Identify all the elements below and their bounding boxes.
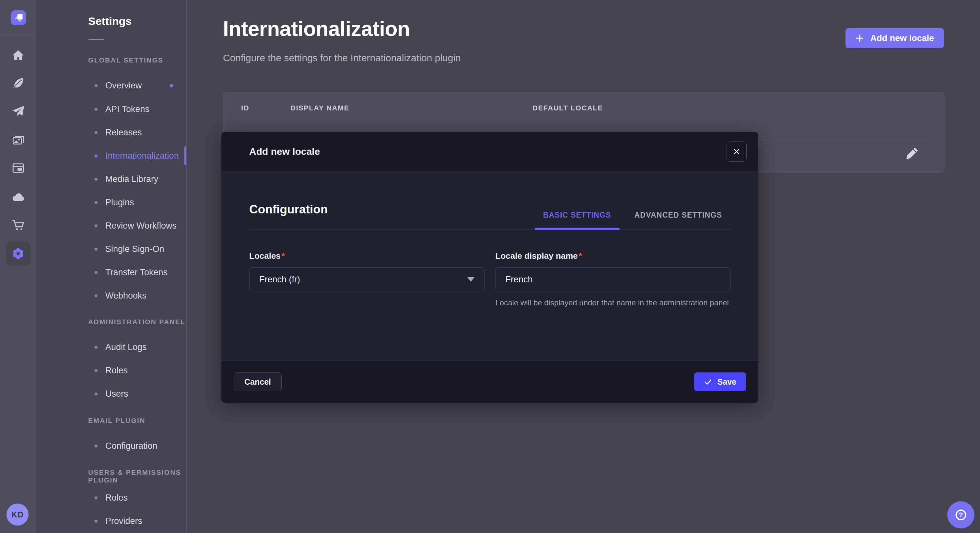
rail-divider xyxy=(0,36,36,36)
section-administration-panel: ADMINISTRATION PANEL xyxy=(88,318,185,327)
close-modal-button[interactable] xyxy=(727,141,747,162)
sidebar-item-plugins[interactable]: Plugins xyxy=(88,191,173,214)
locales-field-group: Locales* French (fr) xyxy=(249,251,485,308)
sidebar-item-api-tokens[interactable]: API Tokens xyxy=(88,97,173,121)
sidebar-item-providers[interactable]: Providers xyxy=(88,509,173,533)
sidebar-item-webhooks[interactable]: Webhooks xyxy=(88,284,173,307)
column-header-id: ID xyxy=(241,104,249,113)
configuration-title: Configuration xyxy=(249,203,328,229)
section-global-settings: GLOBAL SETTINGS xyxy=(88,56,163,65)
settings-sidebar: Settings GLOBAL SETTINGS Overview API To… xyxy=(36,0,187,533)
active-item-indicator xyxy=(185,146,186,165)
sidebar-item-single-sign-on[interactable]: Single Sign-On xyxy=(88,237,173,261)
help-button[interactable]: ? xyxy=(947,501,975,528)
rail-bottom-divider xyxy=(0,491,36,491)
add-new-locale-button[interactable]: Add new locale xyxy=(845,28,944,48)
edit-locale-button[interactable] xyxy=(904,145,921,162)
add-locale-modal: Add new locale Configuration BASIC SETTI… xyxy=(221,132,758,403)
sidebar-item-admin-roles[interactable]: Roles xyxy=(88,359,173,382)
locale-form: Locales* French (fr) Locale display name… xyxy=(249,251,730,308)
avatar-initials: KD xyxy=(11,510,24,519)
sidebar-item-email-configuration[interactable]: Configuration xyxy=(88,434,173,458)
sidebar-item-internationalization[interactable]: Internationalization xyxy=(88,144,173,167)
required-asterisk: * xyxy=(282,251,285,261)
required-asterisk: * xyxy=(579,251,582,261)
section-email-plugin: EMAIL PLUGIN xyxy=(88,417,145,425)
nav-rail: KD xyxy=(0,0,36,533)
configuration-header-row: Configuration BASIC SETTINGS ADVANCED SE… xyxy=(249,171,730,230)
svg-text:?: ? xyxy=(959,511,963,519)
locales-select[interactable]: French (fr) xyxy=(249,268,485,292)
column-header-default-locale: DEFAULT LOCALE xyxy=(533,104,603,113)
display-name-hint: Locale will be displayed under that name… xyxy=(495,297,730,308)
media-library-icon[interactable] xyxy=(0,128,36,152)
sidebar-item-users[interactable]: Users xyxy=(88,382,173,405)
content-type-layout-icon[interactable] xyxy=(0,156,36,180)
content-feather-icon[interactable] xyxy=(0,71,36,95)
sidebar-item-media-library[interactable]: Media Library xyxy=(88,167,173,191)
sidebar-item-overview[interactable]: Overview xyxy=(88,74,173,97)
notification-dot xyxy=(170,84,173,87)
check-icon xyxy=(704,378,712,386)
strapi-logo-icon xyxy=(11,10,26,25)
tab-basic-settings[interactable]: BASIC SETTINGS xyxy=(535,211,620,229)
app-root: KD Settings GLOBAL SETTINGS Overview API… xyxy=(0,0,980,533)
deploy-plane-icon[interactable] xyxy=(0,99,36,124)
sidebar-item-transfer-tokens[interactable]: Transfer Tokens xyxy=(88,261,173,284)
plus-icon xyxy=(855,34,864,43)
page-title: Internationalization xyxy=(223,17,410,41)
sidebar-item-audit-logs[interactable]: Audit Logs xyxy=(88,335,173,359)
sidebar-item-up-roles[interactable]: Roles xyxy=(88,486,173,509)
user-avatar[interactable]: KD xyxy=(6,503,29,525)
settings-gear-icon[interactable] xyxy=(0,241,36,266)
chevron-down-icon xyxy=(467,277,474,282)
marketplace-cart-icon[interactable] xyxy=(0,213,36,238)
close-icon xyxy=(732,147,741,156)
modal-header: Add new locale xyxy=(221,132,758,171)
modal-body: Configuration BASIC SETTINGS ADVANCED SE… xyxy=(221,171,758,360)
sidebar-item-releases[interactable]: Releases xyxy=(88,121,173,144)
cancel-button[interactable]: Cancel xyxy=(234,373,282,391)
modal-title: Add new locale xyxy=(249,146,320,157)
locale-display-name-input[interactable] xyxy=(495,268,731,292)
save-button[interactable]: Save xyxy=(694,373,746,391)
pencil-icon xyxy=(905,146,920,160)
locales-select-value: French (fr) xyxy=(259,274,300,285)
sidebar-title: Settings xyxy=(88,15,132,27)
modal-footer: Cancel Save xyxy=(221,360,758,403)
home-icon[interactable] xyxy=(0,43,36,67)
section-users-permissions-plugin: USERS & PERMISSIONS PLUGIN xyxy=(88,468,186,477)
settings-tabs: BASIC SETTINGS ADVANCED SETTINGS xyxy=(535,211,730,229)
cloud-icon[interactable] xyxy=(0,185,36,209)
column-header-display-name: DISPLAY NAME xyxy=(290,104,349,113)
strapi-logo[interactable] xyxy=(11,10,26,25)
tab-advanced-settings[interactable]: ADVANCED SETTINGS xyxy=(626,211,730,229)
sidebar-title-underline xyxy=(89,39,104,40)
display-name-field-group: Locale display name* Locale will be disp… xyxy=(495,251,731,308)
page-subtitle: Configure the settings for the Internati… xyxy=(223,52,461,63)
locales-label: Locales* xyxy=(249,251,485,261)
sidebar-item-review-workflows[interactable]: Review Workflows xyxy=(88,214,173,237)
question-icon: ? xyxy=(953,508,968,522)
display-name-label: Locale display name* xyxy=(495,251,731,261)
